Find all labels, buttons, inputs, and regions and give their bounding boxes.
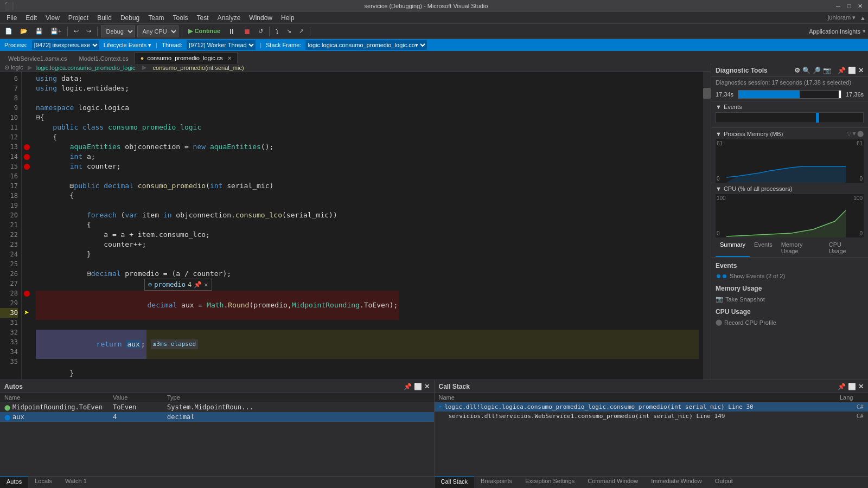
restart-btn[interactable]: ↺ [256, 25, 266, 37]
debug-config-dropdown[interactable]: Debug [101, 25, 135, 37]
menu-file[interactable]: File [2, 13, 21, 23]
tab-webservice[interactable]: WebService1.asmx.cs [2, 52, 73, 64]
callstack-float-icon[interactable]: ⬜ [848, 383, 856, 390]
continue-btn[interactable]: ▶ Continue [186, 25, 223, 37]
cs-tab-callstack[interactable]: Call Stack [435, 477, 475, 488]
menu-build[interactable]: Build [93, 13, 116, 23]
callstack-close-icon[interactable]: ✕ [858, 383, 864, 390]
minimize-btn[interactable]: ─ [834, 2, 842, 10]
code-line-25 [36, 259, 699, 269]
thread-select[interactable]: [9712] Worker Thread [187, 40, 256, 50]
save-btn[interactable]: 💾 [33, 25, 46, 37]
menu-test[interactable]: Test [193, 13, 213, 23]
cs-row-1[interactable]: servicios.dll!servicios.WebService1.cons… [435, 412, 869, 421]
timeline-bar[interactable] [738, 90, 841, 99]
code-lines[interactable]: using data; using logic.entidades; names… [31, 72, 703, 380]
breakpoint-line28[interactable] [24, 291, 30, 297]
lifecycle-btn[interactable]: Lifecycle Events ▾ [104, 42, 152, 49]
menu-help[interactable]: Help [277, 13, 299, 23]
open-btn[interactable]: 📂 [17, 25, 30, 37]
callstack-pin-icon[interactable]: 📌 [838, 383, 846, 390]
autos-float-icon[interactable]: ⬜ [414, 383, 422, 390]
process-select[interactable]: [9472] iisexpress.exe [32, 40, 99, 50]
summary-tab-summary[interactable]: Summary [716, 240, 750, 257]
scrollbar-thumb[interactable] [703, 88, 711, 99]
record-cpu-item[interactable]: ⬤ Record CPU Profile [716, 318, 864, 327]
code-class-dropdown[interactable]: logic.logica.consumo_promedio_logic [36, 65, 136, 71]
sub-tab-watch1[interactable]: Watch 1 [59, 477, 93, 488]
code-method-dropdown[interactable]: consumo_promedio(int serial_mic) [153, 65, 244, 71]
maximize-btn[interactable]: □ [845, 2, 853, 10]
tooltip-close-btn[interactable]: ✕ [204, 280, 208, 290]
cs-tab-exceptions[interactable]: Exception Settings [519, 477, 581, 488]
sub-tab-autos[interactable]: Autos [0, 477, 28, 488]
code-line-20: foreach (var item in objconnection.consu… [36, 210, 699, 220]
main-layout: WebService1.asmx.cs Model1.Context.cs ● … [0, 51, 868, 488]
menu-tools[interactable]: Tools [169, 13, 193, 23]
undo-btn[interactable]: ↩ [71, 25, 81, 37]
show-events-item[interactable]: ⏺⏺ Show Events (2 of 2) [716, 272, 864, 280]
autos-pin-icon[interactable]: 📌 [404, 383, 412, 390]
cs-tab-command[interactable]: Command Window [581, 477, 644, 488]
cpu-section-header[interactable]: ▼ CPU (% of all processors) [711, 183, 868, 194]
save-all-btn[interactable]: 💾+ [48, 25, 64, 37]
diag-header: Diagnostic Tools ⚙ 🔍 🔎 📷 📌 ⬜ ✕ [711, 64, 868, 77]
diag-snapshot-icon[interactable]: 📷 [823, 67, 831, 74]
stop-btn[interactable]: ⏹ [240, 25, 253, 37]
cs-row-0[interactable]: ➤ logic.dll!logic.logica.consumo_promedi… [435, 402, 869, 412]
menu-view[interactable]: View [41, 13, 64, 23]
tab-consumo[interactable]: ● consumo_promedio_logic.cs ✕ [135, 52, 238, 64]
diag-settings-icon[interactable]: ⚙ [794, 67, 800, 74]
new-file-btn[interactable]: 📄 [2, 25, 15, 37]
events-section-header[interactable]: ▼ Events [711, 101, 868, 112]
menu-team[interactable]: Team [144, 13, 168, 23]
cs-tab-output[interactable]: Output [709, 477, 739, 488]
cs-tab-immediate[interactable]: Immediate Window [644, 477, 709, 488]
menu-analyze[interactable]: Analyze [213, 13, 245, 23]
summary-tab-cpu[interactable]: CPU Usage [825, 240, 864, 257]
tab-model[interactable]: Model1.Context.cs [73, 52, 135, 64]
summary-tab-events[interactable]: Events [750, 240, 777, 257]
take-snapshot-item[interactable]: 📷 Take Snapshot [716, 294, 864, 304]
diag-zoom-out-icon[interactable]: 🔎 [813, 67, 821, 74]
diag-zoom-in-icon[interactable]: 🔍 [802, 67, 810, 74]
pause-btn[interactable]: ⏸ [225, 25, 238, 37]
sub-tab-locals[interactable]: Locals [28, 477, 59, 488]
memory-section-header[interactable]: ▼ Process Memory (MB) ▽▼⬤ [711, 128, 868, 139]
tooltip-pin-btn[interactable]: 📌 [194, 280, 202, 290]
code-line-18: { [36, 191, 699, 201]
mem-min-right: 0 [859, 176, 863, 182]
diag-close-icon[interactable]: ✕ [858, 67, 864, 74]
breakpoint-line14[interactable] [24, 154, 30, 160]
autos-close-icon[interactable]: ✕ [424, 383, 430, 390]
redo-btn[interactable]: ↪ [84, 25, 94, 37]
window-title: servicios (Debugging) - Microsoft Visual… [18, 3, 834, 9]
autos-row-1[interactable]: ⬤ aux 4 decimal [0, 412, 434, 422]
memory-filter-icons[interactable]: ▽▼⬤ [847, 130, 864, 137]
menu-debug[interactable]: Debug [116, 13, 144, 23]
menu-edit[interactable]: Edit [21, 13, 41, 23]
step-into-btn[interactable]: ↘ [284, 25, 294, 37]
code-scrollbar[interactable] [703, 72, 711, 380]
menu-window[interactable]: Window [245, 13, 277, 23]
memory-chart: 61 0 61 0 [716, 139, 864, 183]
cs-tab-breakpoints[interactable]: Breakpoints [474, 477, 519, 488]
autos-row-0[interactable]: ⬤ MidpointRounding.ToEven ToEven System.… [0, 402, 434, 412]
diag-pin-icon[interactable]: 📌 [838, 67, 846, 74]
code-editor: ⊙ logic ▶ logic.logica.consumo_promedio_… [0, 64, 711, 380]
step-over-btn[interactable]: ⤵ [273, 25, 282, 37]
stack-select[interactable]: logic.logica.consumo_promedio_logic.co▾ [305, 40, 427, 50]
window-controls[interactable]: ─ □ ✕ [834, 2, 864, 10]
step-out-btn[interactable]: ↗ [296, 25, 307, 37]
autos-row1-icon: ⬤ [4, 414, 10, 420]
tab-consumo-label: consumo_promedio_logic.cs [147, 55, 222, 61]
summary-tab-memory[interactable]: Memory Usage [777, 240, 825, 257]
tab-close-btn[interactable]: ✕ [227, 55, 232, 61]
platform-dropdown[interactable]: Any CPU [137, 25, 178, 37]
cs-col-lang: Lang [835, 393, 868, 402]
close-btn[interactable]: ✕ [856, 2, 864, 10]
menu-project[interactable]: Project [64, 13, 93, 23]
diag-float-icon[interactable]: ⬜ [848, 67, 856, 74]
breakpoint-line13[interactable] [24, 144, 30, 150]
breakpoint-line15[interactable] [24, 164, 30, 170]
